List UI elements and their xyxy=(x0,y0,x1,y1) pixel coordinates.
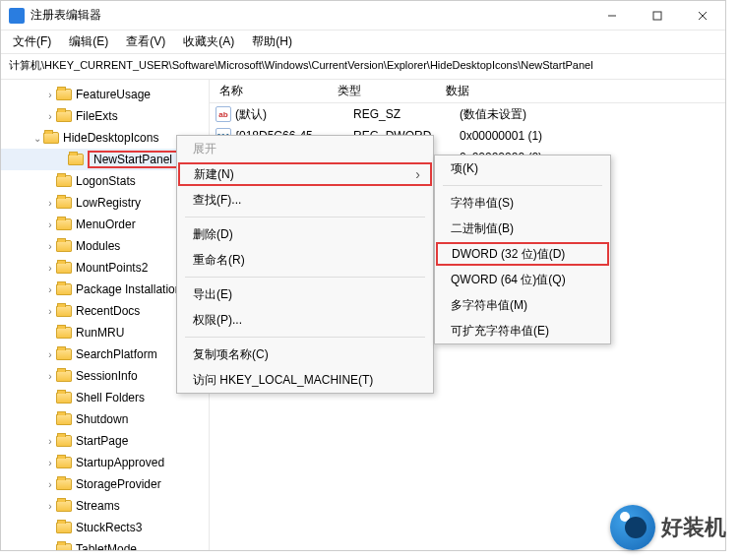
context-menu-item[interactable]: 重命名(R) xyxy=(177,247,433,273)
expander-icon[interactable]: › xyxy=(44,90,56,100)
context-menu-item[interactable]: 新建(N) xyxy=(178,162,432,186)
tree-item[interactable]: ›FeatureUsage xyxy=(1,84,209,105)
tree-item-label: MenuOrder xyxy=(76,218,136,231)
folder-icon xyxy=(56,89,72,100)
expander-icon[interactable]: › xyxy=(44,458,56,468)
context-menu-item[interactable]: 项(K) xyxy=(435,156,610,181)
col-name-header[interactable]: 名称 xyxy=(210,83,328,99)
expander-icon[interactable]: › xyxy=(44,479,56,490)
folder-icon xyxy=(56,392,72,404)
list-header: 名称 类型 数据 xyxy=(210,80,725,103)
expander-icon[interactable]: ⌄ xyxy=(31,133,43,144)
context-menu-new-submenu: 项(K)字符串值(S)二进制值(B)DWORD (32 位)值(D)QWORD … xyxy=(434,155,611,344)
folder-icon xyxy=(56,110,72,122)
watermark-text: 好装机 xyxy=(661,513,726,542)
tree-item-label: SearchPlatform xyxy=(76,347,157,361)
menu-item[interactable]: 编辑(E) xyxy=(61,31,116,52)
tree-item[interactable]: ›StorageProvider xyxy=(1,473,209,495)
context-menu-item[interactable]: QWORD (64 位)值(Q) xyxy=(435,267,610,292)
menu-item[interactable]: 收藏夹(A) xyxy=(175,31,242,52)
tree-item[interactable]: StuckRects3 xyxy=(1,517,209,538)
tree-item-label: StartPage xyxy=(76,434,128,448)
folder-icon xyxy=(56,175,72,187)
menu-separator xyxy=(185,277,425,278)
minimize-icon xyxy=(607,11,617,21)
context-menu-item[interactable]: 删除(D) xyxy=(177,221,433,247)
menu-item[interactable]: 查看(V) xyxy=(118,31,173,52)
menu-item[interactable]: 文件(F) xyxy=(5,31,59,52)
tree-item[interactable]: Shutdown xyxy=(1,408,209,430)
expander-icon[interactable]: › xyxy=(44,263,56,274)
expander-icon[interactable]: › xyxy=(44,306,56,317)
close-icon xyxy=(698,11,708,21)
tree-item[interactable]: TabletMode xyxy=(1,538,209,550)
folder-icon xyxy=(56,262,72,274)
expander-icon[interactable]: › xyxy=(44,111,56,122)
context-menu-item[interactable]: DWORD (32 位)值(D) xyxy=(436,242,609,266)
tree-item-label: FeatureUsage xyxy=(76,88,151,101)
menu-separator xyxy=(185,217,425,218)
watermark: 好装机 xyxy=(610,505,726,550)
expander-icon[interactable]: › xyxy=(44,219,56,230)
menubar: 文件(F)编辑(E)查看(V)收藏夹(A)帮助(H) xyxy=(1,31,725,54)
context-menu-item[interactable]: 权限(P)... xyxy=(177,307,433,333)
folder-icon xyxy=(56,413,72,425)
context-menu-item[interactable]: 字符串值(S) xyxy=(435,190,610,216)
expander-icon[interactable]: › xyxy=(44,371,56,382)
expander-icon[interactable]: › xyxy=(44,501,56,512)
tree-item-label: RecentDocs xyxy=(76,304,140,318)
folder-icon xyxy=(56,240,72,252)
maximize-button[interactable] xyxy=(635,1,680,31)
app-icon xyxy=(9,8,25,24)
expander-icon[interactable]: › xyxy=(44,436,56,447)
menu-item[interactable]: 帮助(H) xyxy=(244,31,300,52)
context-menu-item[interactable]: 多字符串值(M) xyxy=(435,292,610,318)
tree-item[interactable]: ›Streams xyxy=(1,495,209,517)
col-data-header[interactable]: 数据 xyxy=(436,83,725,99)
folder-icon xyxy=(56,435,72,447)
tree-item-label: TabletMode xyxy=(76,542,137,550)
value-row[interactable]: ab(默认)REG_SZ(数值未设置) xyxy=(210,103,725,125)
context-menu-item[interactable]: 导出(E) xyxy=(177,281,433,307)
context-menu-item[interactable]: 访问 HKEY_LOCAL_MACHINE(T) xyxy=(177,367,433,393)
context-menu-main: 展开新建(N)查找(F)...删除(D)重命名(R)导出(E)权限(P)...复… xyxy=(176,135,434,394)
tree-item[interactable]: ›StartupApproved xyxy=(1,452,209,473)
folder-icon xyxy=(56,305,72,317)
context-menu-item[interactable]: 可扩充字符串值(E) xyxy=(435,318,610,343)
tree-item-label: HideDesktopIcons xyxy=(63,131,158,145)
value-name: (默认) xyxy=(231,106,343,123)
folder-icon xyxy=(56,348,72,360)
tree-item-label: StuckRects3 xyxy=(76,521,142,534)
tree-item-label: StorageProvider xyxy=(76,477,161,491)
folder-icon xyxy=(56,197,72,209)
folder-icon xyxy=(56,478,72,490)
close-button[interactable] xyxy=(680,1,725,31)
context-menu-item[interactable]: 复制项名称(C) xyxy=(177,342,433,367)
tree-item-label: StartupApproved xyxy=(76,456,164,469)
registry-editor-window: 注册表编辑器 文件(F)编辑(E)查看(V)收藏夹(A)帮助(H) 计算机\HK… xyxy=(0,0,726,551)
value-type: REG_SZ xyxy=(343,107,452,121)
maximize-icon xyxy=(652,11,662,21)
tree-item-label: Modules xyxy=(76,239,120,253)
string-value-icon: ab xyxy=(216,106,231,122)
context-menu-item[interactable]: 二进制值(B) xyxy=(435,216,610,241)
tree-item-label: MountPoints2 xyxy=(76,261,148,275)
context-menu-item[interactable]: 查找(F)... xyxy=(177,187,433,213)
folder-icon xyxy=(56,457,72,468)
tree-item[interactable]: ›FileExts xyxy=(1,105,209,127)
menu-separator xyxy=(185,337,425,338)
folder-icon xyxy=(56,500,72,512)
tree-item[interactable]: ›StartPage xyxy=(1,430,209,452)
folder-icon xyxy=(43,132,59,144)
expander-icon[interactable]: › xyxy=(44,284,56,295)
window-controls xyxy=(589,1,725,31)
expander-icon[interactable]: › xyxy=(44,198,56,209)
tree-item-label: SessionInfo xyxy=(76,369,138,383)
tree-item-label: Shutdown xyxy=(76,412,128,426)
col-type-header[interactable]: 类型 xyxy=(328,83,436,99)
expander-icon[interactable]: › xyxy=(44,241,56,252)
expander-icon[interactable]: › xyxy=(44,349,56,360)
minimize-button[interactable] xyxy=(589,1,635,31)
folder-icon xyxy=(56,327,72,339)
address-bar[interactable]: 计算机\HKEY_CURRENT_USER\Software\Microsoft… xyxy=(1,54,725,80)
